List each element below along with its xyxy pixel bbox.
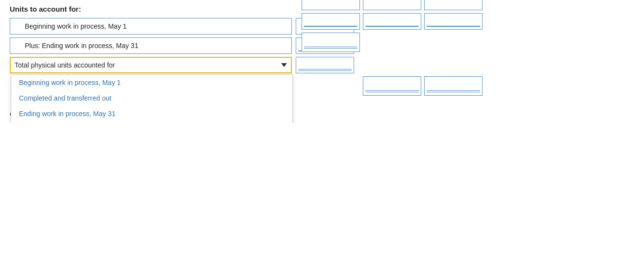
dropdown-menu: Beginning work in process, May 1 Complet… [11,74,293,123]
input-total-physical[interactable] [296,57,354,73]
select-label: Total physical units accounted for [15,61,115,69]
data-row-completed [302,13,634,30]
beginning-col3[interactable] [424,0,483,10]
equiv-units-section [302,0,634,96]
data-row-ending-equiv [302,33,634,52]
completed-col1[interactable] [302,13,360,30]
label-beginning-wip: Beginning work in process, May 1 [10,18,292,34]
select-total-physical[interactable]: Total physical units accounted for Begin… [10,57,292,73]
data-row-total-equiv [363,76,634,96]
total-col2[interactable] [424,76,483,96]
completed-col3[interactable] [424,13,483,30]
top-row-total-select: Total physical units accounted for Begin… [10,57,634,73]
completed-inputs [302,13,483,30]
label-ending-wip: Plus: Ending work in process, May 31 [10,37,292,54]
dropdown-item-0[interactable]: Beginning work in process, May 1 [11,75,292,90]
beginning-col2[interactable] [363,0,421,10]
dropdown-item-2[interactable]: Ending work in process, May 31 [11,106,292,121]
chevron-down-icon [281,63,287,67]
dropdown-item-1[interactable]: Completed and transferred out [11,90,292,106]
dropdown-item-3[interactable]: Started in production during May [11,121,292,123]
ending-col1[interactable] [302,33,360,52]
ending-inputs [302,33,360,52]
beginning-col1[interactable] [302,0,360,10]
completed-col2[interactable] [363,13,421,30]
data-row-beginning [302,0,634,10]
total-col1[interactable] [363,76,421,96]
beginning-inputs [302,0,483,10]
total-inputs [363,76,483,96]
